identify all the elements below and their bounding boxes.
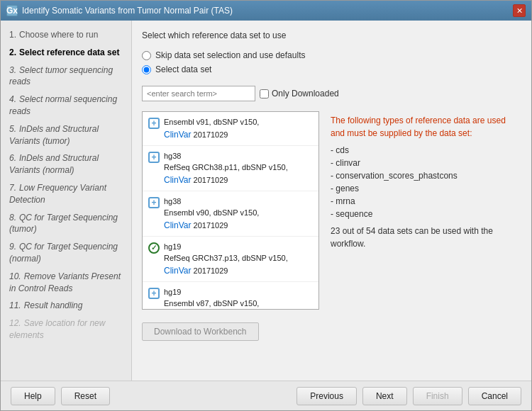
sidebar-item[interactable]: 3.Select tumor sequencing reads [1,62,131,91]
info-line1: The following types of reference data ar… [331,114,521,140]
dataset-list-item[interactable]: +hg19Ensembl v87, dbSNP v150,ClinVar 201… [143,282,318,310]
sidebar-item[interactable]: 4.Select normal sequencing reads [1,91,131,120]
window-title: Identify Somatic Variants from Tumor Nor… [22,6,233,16]
main-panel: Select which reference data set to use S… [132,21,531,381]
only-downloaded-row[interactable]: Only Downloaded [260,89,339,98]
select-radio[interactable] [142,65,151,74]
select-radio-label: Select data set [155,64,211,74]
only-downloaded-label: Only Downloaded [272,89,339,98]
skip-radio-label: Skip data set selection and use defaults [155,50,305,60]
sidebar: 1.Choose where to run2.Select reference … [1,21,132,381]
skip-radio[interactable] [142,51,151,60]
next-button[interactable]: Next [362,387,407,405]
sidebar-item[interactable]: 8.QC for Target Sequencing (tumor) [1,209,131,239]
dataset-item-text: hg38RefSeq GRCh38.p11, dbSNP v150,ClinVa… [164,150,288,186]
sidebar-item[interactable]: 12.Save location for new elements [1,315,131,344]
plus-icon: + [148,118,160,129]
plus-icon: + [148,197,160,208]
sidebar-item[interactable]: 6.InDels and Structural Variants (normal… [1,150,131,179]
search-row: Only Downloaded [142,86,521,101]
sidebar-item[interactable]: 2.Select reference data set [1,44,131,62]
only-downloaded-checkbox[interactable] [260,89,269,98]
radio-select-row[interactable]: Select data set [142,64,521,74]
dataset-item-text: hg38Ensembl v90, dbSNP v150,ClinVar 2017… [164,196,259,232]
dataset-item-text: Ensembl v91, dbSNP v150,ClinVar 20171029 [164,116,259,141]
check-icon: ✓ [148,242,160,254]
dataset-list[interactable]: +Ensembl v91, dbSNP v150,ClinVar 2017102… [142,111,319,310]
dataset-list-item[interactable]: +hg38RefSeq GRCh38.p11, dbSNP v150,ClinV… [143,146,318,191]
dataset-list-item[interactable]: +hg38Ensembl v90, dbSNP v150,ClinVar 201… [143,191,318,237]
footer-right: Previous Next Finish Cancel [297,387,521,405]
info-list: - cds- clinvar- conservation_scores_phas… [331,144,521,220]
dataset-list-item[interactable]: ✓hg19RefSeq GRCh37.p13, dbSNP v150,ClinV… [143,237,318,282]
dataset-list-item[interactable]: +Ensembl v91, dbSNP v150,ClinVar 2017102… [143,112,318,146]
title-bar: Gx Identify Somatic Variants from Tumor … [1,1,531,21]
info-count: 23 out of 54 data sets can be used with … [331,225,521,250]
previous-button[interactable]: Previous [297,387,357,405]
reset-button[interactable]: Reset [61,387,110,405]
section-title: Select which reference data set to use [142,30,521,40]
dataset-item-text: hg19RefSeq GRCh37.p13, dbSNP v150,ClinVa… [164,241,288,277]
sidebar-item[interactable]: 7.Low Frequency Variant Detection [1,179,131,209]
sidebar-item[interactable]: 10.Remove Variants Present in Control Re… [1,268,131,298]
download-workbench-button[interactable]: Download to Workbench [142,322,259,341]
finish-button[interactable]: Finish [413,387,462,405]
sidebar-item[interactable]: 11.Result handling [1,297,131,315]
radio-skip-row[interactable]: Skip data set selection and use defaults [142,50,521,60]
info-panel: The following types of reference data ar… [323,111,521,310]
app-icon: Gx [6,5,18,16]
dataset-item-text: hg19Ensembl v87, dbSNP v150,ClinVar 2017… [164,286,259,310]
sidebar-item[interactable]: 9.QC for Target Sequencing (normal) [1,238,131,268]
footer: Help Reset Previous Next Finish Cancel [1,381,531,410]
help-button[interactable]: Help [11,387,55,405]
close-button[interactable]: ✕ [513,4,526,17]
radio-group: Skip data set selection and use defaults… [142,50,521,74]
cancel-button[interactable]: Cancel [468,387,521,405]
plus-icon: + [148,152,160,163]
sidebar-item[interactable]: 5.InDels and Structural Variants (tumor) [1,120,131,150]
sidebar-item[interactable]: 1.Choose where to run [1,26,131,44]
search-input[interactable] [142,86,255,101]
footer-left: Help Reset [11,387,110,405]
info-highlight: The following types of reference data ar… [331,116,506,138]
main-window: Gx Identify Somatic Variants from Tumor … [0,0,532,411]
plus-icon: + [148,288,160,299]
list-area: +Ensembl v91, dbSNP v150,ClinVar 2017102… [142,111,521,310]
